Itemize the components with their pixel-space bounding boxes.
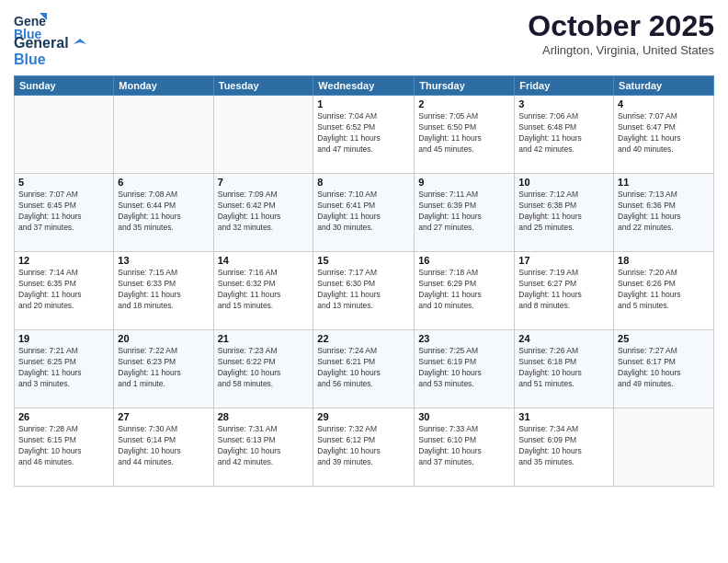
calendar-cell: 26Sunrise: 7:28 AM Sunset: 6:15 PM Dayli… bbox=[15, 408, 114, 487]
day-info: Sunrise: 7:07 AM Sunset: 6:47 PM Dayligh… bbox=[618, 111, 710, 155]
calendar-cell: 27Sunrise: 7:30 AM Sunset: 6:14 PM Dayli… bbox=[114, 408, 213, 487]
calendar-cell: 5Sunrise: 7:07 AM Sunset: 6:45 PM Daylig… bbox=[15, 174, 114, 252]
calendar-cell: 12Sunrise: 7:14 AM Sunset: 6:35 PM Dayli… bbox=[15, 252, 114, 330]
day-info: Sunrise: 7:09 AM Sunset: 6:42 PM Dayligh… bbox=[218, 190, 310, 234]
calendar-cell: 28Sunrise: 7:31 AM Sunset: 6:13 PM Dayli… bbox=[213, 408, 313, 487]
day-info: Sunrise: 7:04 AM Sunset: 6:52 PM Dayligh… bbox=[317, 111, 410, 155]
day-info: Sunrise: 7:08 AM Sunset: 6:44 PM Dayligh… bbox=[118, 190, 209, 234]
day-info: Sunrise: 7:11 AM Sunset: 6:39 PM Dayligh… bbox=[418, 190, 510, 234]
calendar-cell: 23Sunrise: 7:25 AM Sunset: 6:19 PM Dayli… bbox=[415, 330, 515, 408]
day-info: Sunrise: 7:19 AM Sunset: 6:27 PM Dayligh… bbox=[518, 268, 609, 312]
day-info: Sunrise: 7:25 AM Sunset: 6:19 PM Dayligh… bbox=[418, 346, 510, 390]
calendar-cell: 29Sunrise: 7:32 AM Sunset: 6:12 PM Dayli… bbox=[313, 408, 415, 487]
logo-blue: Blue bbox=[14, 52, 46, 67]
day-info: Sunrise: 7:21 AM Sunset: 6:25 PM Dayligh… bbox=[18, 346, 109, 390]
day-number: 21 bbox=[218, 333, 310, 344]
day-number: 15 bbox=[317, 255, 410, 266]
weekday-header-monday: Monday bbox=[114, 76, 213, 96]
day-info: Sunrise: 7:18 AM Sunset: 6:29 PM Dayligh… bbox=[418, 268, 510, 312]
day-info: Sunrise: 7:13 AM Sunset: 6:36 PM Dayligh… bbox=[618, 190, 710, 234]
day-info: Sunrise: 7:07 AM Sunset: 6:45 PM Dayligh… bbox=[18, 190, 109, 234]
calendar-cell bbox=[614, 408, 714, 487]
calendar-cell: 24Sunrise: 7:26 AM Sunset: 6:18 PM Dayli… bbox=[515, 330, 614, 408]
location: Arlington, Virginia, United States bbox=[528, 43, 714, 57]
day-info: Sunrise: 7:33 AM Sunset: 6:10 PM Dayligh… bbox=[418, 424, 510, 468]
weekday-header-saturday: Saturday bbox=[614, 76, 714, 96]
day-info: Sunrise: 7:27 AM Sunset: 6:17 PM Dayligh… bbox=[618, 346, 710, 390]
svg-marker-3 bbox=[74, 39, 86, 44]
logo: General Blue General Blue bbox=[14, 9, 86, 68]
day-number: 3 bbox=[518, 98, 609, 109]
calendar-week-2: 5Sunrise: 7:07 AM Sunset: 6:45 PM Daylig… bbox=[15, 174, 714, 252]
calendar-week-1: 1Sunrise: 7:04 AM Sunset: 6:52 PM Daylig… bbox=[15, 96, 714, 174]
calendar-cell: 7Sunrise: 7:09 AM Sunset: 6:42 PM Daylig… bbox=[213, 174, 313, 252]
day-number: 12 bbox=[18, 255, 109, 266]
day-info: Sunrise: 7:26 AM Sunset: 6:18 PM Dayligh… bbox=[518, 346, 609, 390]
day-info: Sunrise: 7:31 AM Sunset: 6:13 PM Dayligh… bbox=[218, 424, 310, 468]
calendar-cell: 19Sunrise: 7:21 AM Sunset: 6:25 PM Dayli… bbox=[15, 330, 114, 408]
day-number: 9 bbox=[418, 177, 510, 188]
page-container: General Blue General Blue October 2025 A… bbox=[0, 0, 728, 563]
day-number: 24 bbox=[518, 333, 609, 344]
day-number: 13 bbox=[118, 255, 209, 266]
day-number: 7 bbox=[218, 177, 310, 188]
calendar-cell: 22Sunrise: 7:24 AM Sunset: 6:21 PM Dayli… bbox=[313, 330, 415, 408]
day-info: Sunrise: 7:32 AM Sunset: 6:12 PM Dayligh… bbox=[317, 424, 410, 468]
day-number: 28 bbox=[218, 411, 310, 422]
day-info: Sunrise: 7:20 AM Sunset: 6:26 PM Dayligh… bbox=[618, 268, 710, 312]
calendar-cell: 14Sunrise: 7:16 AM Sunset: 6:32 PM Dayli… bbox=[213, 252, 313, 330]
calendar-cell: 30Sunrise: 7:33 AM Sunset: 6:10 PM Dayli… bbox=[415, 408, 515, 487]
day-number: 27 bbox=[118, 411, 209, 422]
calendar-cell: 1Sunrise: 7:04 AM Sunset: 6:52 PM Daylig… bbox=[313, 96, 415, 174]
day-number: 1 bbox=[317, 98, 410, 109]
day-number: 23 bbox=[418, 333, 510, 344]
weekday-header-wednesday: Wednesday bbox=[313, 76, 415, 96]
day-info: Sunrise: 7:12 AM Sunset: 6:38 PM Dayligh… bbox=[518, 190, 609, 234]
calendar-cell: 9Sunrise: 7:11 AM Sunset: 6:39 PM Daylig… bbox=[415, 174, 515, 252]
day-info: Sunrise: 7:17 AM Sunset: 6:30 PM Dayligh… bbox=[317, 268, 410, 312]
day-info: Sunrise: 7:10 AM Sunset: 6:41 PM Dayligh… bbox=[317, 190, 410, 234]
day-info: Sunrise: 7:34 AM Sunset: 6:09 PM Dayligh… bbox=[518, 424, 609, 468]
weekday-header-sunday: Sunday bbox=[15, 76, 114, 96]
day-number: 6 bbox=[118, 177, 209, 188]
calendar-cell: 13Sunrise: 7:15 AM Sunset: 6:33 PM Dayli… bbox=[114, 252, 213, 330]
day-number: 4 bbox=[618, 98, 710, 109]
day-number: 26 bbox=[18, 411, 109, 422]
calendar-cell: 2Sunrise: 7:05 AM Sunset: 6:50 PM Daylig… bbox=[415, 96, 515, 174]
calendar-cell: 11Sunrise: 7:13 AM Sunset: 6:36 PM Dayli… bbox=[614, 174, 714, 252]
day-number: 22 bbox=[317, 333, 410, 344]
calendar-week-4: 19Sunrise: 7:21 AM Sunset: 6:25 PM Dayli… bbox=[15, 330, 714, 408]
calendar-cell: 6Sunrise: 7:08 AM Sunset: 6:44 PM Daylig… bbox=[114, 174, 213, 252]
day-info: Sunrise: 7:06 AM Sunset: 6:48 PM Dayligh… bbox=[518, 111, 609, 155]
day-number: 5 bbox=[18, 177, 109, 188]
weekday-header-thursday: Thursday bbox=[415, 76, 515, 96]
logo-bird-icon bbox=[74, 39, 86, 50]
calendar-cell bbox=[15, 96, 114, 174]
calendar-table: SundayMondayTuesdayWednesdayThursdayFrid… bbox=[14, 75, 714, 487]
calendar-cell bbox=[213, 96, 313, 174]
weekday-header-tuesday: Tuesday bbox=[213, 76, 313, 96]
month-title: October 2025 bbox=[528, 9, 714, 43]
day-info: Sunrise: 7:05 AM Sunset: 6:50 PM Dayligh… bbox=[418, 111, 510, 155]
day-number: 2 bbox=[418, 98, 510, 109]
calendar-cell: 21Sunrise: 7:23 AM Sunset: 6:22 PM Dayli… bbox=[213, 330, 313, 408]
day-number: 18 bbox=[618, 255, 710, 266]
day-info: Sunrise: 7:14 AM Sunset: 6:35 PM Dayligh… bbox=[18, 268, 109, 312]
day-number: 30 bbox=[418, 411, 510, 422]
day-info: Sunrise: 7:16 AM Sunset: 6:32 PM Dayligh… bbox=[218, 268, 310, 312]
calendar-week-5: 26Sunrise: 7:28 AM Sunset: 6:15 PM Dayli… bbox=[15, 408, 714, 487]
title-section: October 2025 Arlington, Virginia, United… bbox=[528, 9, 714, 57]
day-number: 29 bbox=[317, 411, 410, 422]
calendar-cell: 20Sunrise: 7:22 AM Sunset: 6:23 PM Dayli… bbox=[114, 330, 213, 408]
day-number: 11 bbox=[618, 177, 710, 188]
calendar-cell: 25Sunrise: 7:27 AM Sunset: 6:17 PM Dayli… bbox=[614, 330, 714, 408]
calendar-cell: 8Sunrise: 7:10 AM Sunset: 6:41 PM Daylig… bbox=[313, 174, 415, 252]
calendar-cell: 31Sunrise: 7:34 AM Sunset: 6:09 PM Dayli… bbox=[515, 408, 614, 487]
day-number: 8 bbox=[317, 177, 410, 188]
calendar-cell: 16Sunrise: 7:18 AM Sunset: 6:29 PM Dayli… bbox=[415, 252, 515, 330]
calendar-header-row: SundayMondayTuesdayWednesdayThursdayFrid… bbox=[15, 76, 714, 96]
day-info: Sunrise: 7:22 AM Sunset: 6:23 PM Dayligh… bbox=[118, 346, 209, 390]
calendar-cell: 17Sunrise: 7:19 AM Sunset: 6:27 PM Dayli… bbox=[515, 252, 614, 330]
calendar-cell: 10Sunrise: 7:12 AM Sunset: 6:38 PM Dayli… bbox=[515, 174, 614, 252]
logo-general: General bbox=[14, 35, 69, 51]
